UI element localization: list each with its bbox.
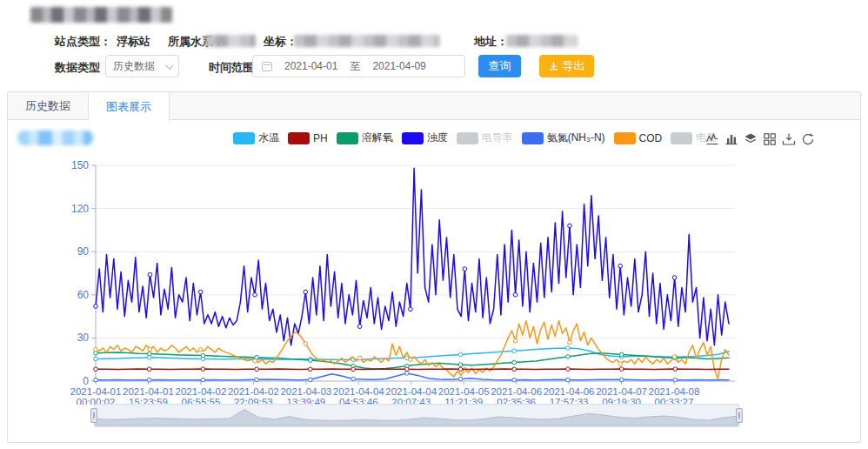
svg-text:120: 120: [71, 203, 89, 215]
redacted-chart-title: [17, 131, 93, 145]
magictype-line-icon[interactable]: [705, 132, 719, 146]
legend-item-4[interactable]: 电导率: [457, 131, 513, 145]
chart-canvas[interactable]: 03060901201502021-04-0100:00:022021-04-0…: [70, 157, 752, 405]
download-icon: [549, 62, 558, 71]
svg-text:2021-04-03: 2021-04-03: [280, 386, 331, 397]
svg-text:2021-04-07: 2021-04-07: [596, 386, 647, 397]
datazoom-right-handle[interactable]: [736, 408, 743, 423]
redacted-address-value: [506, 35, 578, 47]
svg-text:2021-04-01: 2021-04-01: [123, 386, 174, 397]
magictype-stack-icon[interactable]: [744, 132, 758, 146]
redacted-water-system-value: [205, 35, 256, 47]
tab-bar: 历史数据 图表展示: [8, 92, 860, 120]
data-type-label: 数据类型: [55, 60, 100, 76]
address-label: 地址：: [474, 34, 508, 50]
svg-text:2021-04-02: 2021-04-02: [175, 386, 226, 397]
legend-label: PH: [313, 132, 328, 144]
redacted-page-title: [30, 7, 172, 23]
svg-text:2021-04-04: 2021-04-04: [333, 386, 384, 397]
legend-item-6[interactable]: COD: [614, 132, 663, 144]
legend-swatch: [671, 132, 692, 144]
svg-text:90: 90: [77, 245, 90, 258]
svg-text:2021-04-05: 2021-04-05: [438, 386, 490, 397]
data-type-selected-value: 历史数据: [113, 59, 155, 74]
legend-label: COD: [639, 132, 663, 144]
date-to-label: 至: [350, 59, 360, 74]
svg-text:2021-04-04: 2021-04-04: [385, 386, 437, 397]
legend-item-2[interactable]: 溶解氧: [337, 131, 393, 145]
legend-label: 氨氮(NH₃-N): [547, 131, 605, 145]
svg-text:2021-04-06: 2021-04-06: [491, 386, 542, 397]
legend-swatch: [233, 132, 255, 144]
legend-item-1[interactable]: PH: [288, 132, 328, 144]
coordinates-label: 坐标：: [264, 34, 297, 50]
legend-swatch: [288, 132, 310, 144]
legend-swatch: [402, 132, 424, 144]
legend-label: 溶解氧: [362, 131, 393, 145]
restore-icon[interactable]: [801, 132, 815, 146]
legend-label: 电导率: [482, 131, 513, 145]
legend-swatch: [457, 132, 478, 144]
magictype-tiled-icon[interactable]: [763, 132, 777, 146]
query-button-label: 查询: [489, 58, 511, 74]
legend-item-3[interactable]: 浊度: [402, 131, 448, 145]
legend-swatch: [614, 132, 636, 144]
chevron-down-icon: [165, 61, 174, 70]
svg-text:2021-04-02: 2021-04-02: [228, 386, 279, 397]
svg-text:2021-04-08: 2021-04-08: [649, 386, 700, 397]
svg-text:2021-04-06: 2021-04-06: [544, 386, 595, 397]
tab-chart-display[interactable]: 图表展示: [89, 92, 170, 121]
svg-text:30: 30: [77, 332, 90, 344]
legend-item-0[interactable]: 水温: [233, 131, 279, 145]
legend-swatch: [522, 132, 544, 144]
date-start-value[interactable]: 2021-04-01: [284, 60, 337, 72]
station-type-value: 浮标站: [117, 34, 150, 50]
station-type-label: 站点类型：: [55, 34, 111, 50]
svg-text:0: 0: [83, 375, 89, 387]
chart-legend: 水温PH溶解氧浊度电导率氨氮(NH₃-N)COD电量: [233, 131, 717, 145]
save-image-icon[interactable]: [782, 132, 796, 146]
query-button[interactable]: 查询: [478, 55, 521, 77]
export-button-label: 导出: [563, 58, 585, 74]
tab-history-data[interactable]: 历史数据: [8, 92, 89, 120]
data-type-select[interactable]: 历史数据: [105, 55, 179, 77]
svg-text:60: 60: [77, 289, 90, 301]
legend-label: 水温: [258, 131, 279, 145]
legend-label: 浊度: [427, 131, 448, 145]
chart-toolbox: [705, 132, 815, 146]
date-end-value[interactable]: 2021-04-09: [372, 60, 425, 72]
redacted-coordinates-value: [294, 35, 440, 47]
svg-text:150: 150: [71, 159, 89, 171]
datazoom-track[interactable]: [94, 404, 739, 427]
magictype-bar-icon[interactable]: [724, 132, 738, 146]
time-range-label: 时间范围: [209, 60, 254, 76]
datazoom-left-handle[interactable]: [90, 408, 97, 423]
date-range-picker[interactable]: 2021-04-01 至 2021-04-09: [252, 55, 465, 77]
calendar-icon: [262, 62, 272, 71]
legend-item-5[interactable]: 氨氮(NH₃-N): [522, 131, 605, 145]
svg-text:2021-04-01: 2021-04-01: [70, 386, 122, 397]
legend-swatch: [337, 132, 358, 144]
datazoom-overview: [95, 405, 738, 426]
export-button[interactable]: 导出: [539, 55, 594, 77]
